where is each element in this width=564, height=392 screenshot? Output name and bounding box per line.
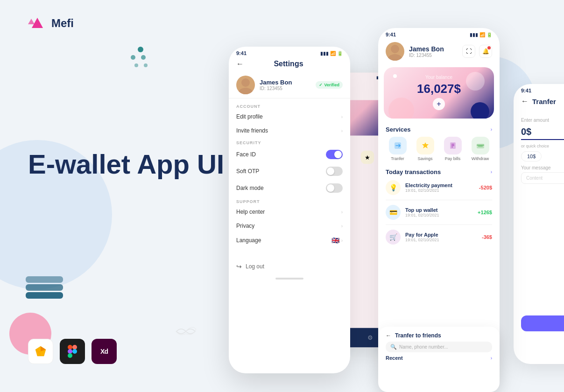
svg-point-14 bbox=[238, 88, 253, 94]
svg-rect-8 bbox=[68, 345, 72, 350]
dashboard-balance-card: Your balance 16,027$ + bbox=[384, 67, 494, 119]
settings-back-button[interactable]: ← bbox=[236, 60, 244, 68]
tf-title: Tranfer to friends bbox=[395, 332, 441, 339]
transfer-title: Tranfer bbox=[532, 98, 556, 105]
dashboard-status-icons: ▮▮▮ 📶 🔋 bbox=[470, 32, 492, 37]
face-id-toggle-knob bbox=[334, 151, 342, 158]
face-id-item: Face ID bbox=[229, 146, 350, 163]
invite-friends-label: Invite friends bbox=[236, 127, 341, 134]
services-header: Services › bbox=[378, 122, 500, 135]
invite-friends-arrow: › bbox=[341, 128, 343, 133]
logout-button[interactable]: ↪ Log out bbox=[229, 257, 350, 276]
transaction-1-info: Electricity payment 19:01, 02/10/2021 bbox=[405, 182, 474, 193]
brand-name: Mefi bbox=[51, 17, 74, 30]
transactions-more-button[interactable]: › bbox=[491, 169, 492, 175]
help-center-arrow: › bbox=[341, 210, 343, 215]
phone-dashboard-main: 9:41 ▮▮▮ 📶 🔋 James Bon ID: 123455 ⛶ 🔔 bbox=[378, 28, 500, 378]
settings-bottom-bar bbox=[275, 278, 303, 280]
balance-add-button[interactable]: + bbox=[433, 98, 445, 110]
language-item[interactable]: Language 🇬🇧 › bbox=[229, 233, 350, 248]
transactions-header: Today transactions › bbox=[378, 165, 500, 177]
service-transfer[interactable]: Tranfer bbox=[389, 137, 407, 161]
help-center-item[interactable]: Help center › bbox=[229, 205, 350, 219]
service-savings[interactable]: Savings bbox=[416, 137, 434, 161]
tool-icons-section: Xd bbox=[28, 339, 117, 364]
stacked-cards-decoration bbox=[26, 276, 63, 299]
apple-icon: 🛒 bbox=[386, 230, 401, 245]
dark-mode-toggle-knob bbox=[327, 184, 334, 192]
transactions-title: Today transactions bbox=[386, 168, 441, 175]
dashboard-status-bar: 9:41 ▮▮▮ 📶 🔋 bbox=[378, 28, 500, 39]
privacy-label: Privacy bbox=[236, 223, 341, 229]
card-decoration-3 bbox=[471, 102, 489, 119]
transfer-header: ← Tranfer bbox=[514, 95, 564, 109]
figma-icon bbox=[60, 339, 85, 364]
dashboard-time: 9:41 bbox=[386, 32, 396, 37]
dashboard-notification-button[interactable]: 🔔 bbox=[479, 45, 492, 58]
card-decoration-2 bbox=[388, 98, 414, 119]
edit-profile-arrow: › bbox=[341, 114, 343, 119]
service-pay-bills[interactable]: Pay bills bbox=[444, 137, 462, 161]
services-more-button[interactable]: › bbox=[491, 127, 492, 132]
dashboard-profile-id: ID: 123455 bbox=[409, 53, 458, 58]
dark-mode-label: Dark mode bbox=[236, 185, 326, 191]
sketch-icon bbox=[28, 339, 53, 364]
transfer-content: Enter amount 0$ or quick choice 10$ Your… bbox=[514, 109, 564, 188]
dark-mode-toggle[interactable] bbox=[326, 183, 343, 193]
svg-marker-20 bbox=[422, 142, 429, 148]
soft-otp-toggle-knob bbox=[327, 168, 334, 175]
transfer-back-button[interactable]: ← bbox=[521, 97, 529, 105]
dashboard-action-icons: ⛶ 🔔 bbox=[462, 45, 492, 58]
soft-otp-label: Soft OTP bbox=[236, 168, 326, 175]
search-placeholder: Name, phone number... bbox=[399, 344, 448, 350]
phone-settings: 9:41 ▮▮▮ 📶 🔋 ← Settings James Bon ID: 12… bbox=[229, 47, 350, 373]
dashboard-profile-row: James Bon ID: 123455 ⛶ 🔔 bbox=[378, 39, 500, 63]
swirl-decoration bbox=[172, 317, 200, 345]
dashboard-expand-button[interactable]: ⛶ bbox=[462, 45, 475, 58]
transfer-friends-panel: ← Tranfer to friends 🔍 Name, phone numbe… bbox=[378, 327, 500, 392]
transaction-2-name: Top up wallet bbox=[405, 207, 473, 213]
settings-status-bar: 9:41 ▮▮▮ 📶 🔋 bbox=[229, 47, 350, 58]
transaction-1-amount: -520$ bbox=[479, 185, 492, 190]
settings-status-icons: ▮▮▮ 📶 🔋 bbox=[320, 51, 343, 56]
transaction-item-1: 💡 Electricity payment 19:01, 02/10/2021 … bbox=[378, 177, 500, 198]
invite-friends-item[interactable]: Invite friends › bbox=[229, 124, 350, 138]
logout-icon: ↪ bbox=[236, 263, 242, 270]
header: Mefi bbox=[28, 14, 74, 33]
message-label: Your message bbox=[521, 165, 564, 170]
svg-rect-11 bbox=[68, 349, 72, 354]
services-title: Services bbox=[386, 126, 411, 133]
svg-marker-1 bbox=[28, 19, 35, 24]
tf-search-bar[interactable]: 🔍 Name, phone number... bbox=[386, 342, 492, 352]
transaction-1-date: 19:01, 02/10/2021 bbox=[405, 188, 474, 193]
send-button[interactable]: Send bbox=[521, 315, 564, 331]
recent-more-button[interactable]: › bbox=[491, 356, 492, 361]
soft-otp-toggle[interactable] bbox=[326, 167, 343, 176]
electricity-icon: 💡 bbox=[386, 180, 401, 195]
face-id-toggle[interactable] bbox=[326, 150, 343, 159]
support-section-label: SUPPORT bbox=[229, 196, 350, 205]
notification-dot bbox=[487, 46, 491, 49]
transfer-time: 9:41 bbox=[521, 88, 531, 93]
savings-label: Savings bbox=[417, 156, 432, 161]
transfer-label: Tranfer bbox=[391, 156, 404, 161]
card-decoration-1 bbox=[466, 72, 485, 91]
edit-profile-item[interactable]: Edit profile › bbox=[229, 110, 350, 124]
pay-bills-icon-box bbox=[444, 137, 462, 154]
privacy-arrow: › bbox=[341, 224, 343, 229]
tf-header: ← Tranfer to friends bbox=[386, 332, 492, 339]
svg-point-13 bbox=[241, 78, 250, 87]
message-input[interactable]: Content bbox=[521, 172, 564, 184]
recent-header: Recent › bbox=[386, 355, 492, 361]
settings-avatar bbox=[236, 76, 255, 94]
tf-back-button[interactable]: ← bbox=[386, 332, 391, 339]
service-withdraw[interactable]: Withdraw bbox=[472, 137, 489, 161]
quick-choice-10[interactable]: 10$ bbox=[521, 151, 542, 161]
privacy-item[interactable]: Privacy › bbox=[229, 219, 350, 233]
svg-point-10 bbox=[72, 349, 77, 354]
amount-input[interactable]: 0$ bbox=[521, 125, 564, 140]
settings-header: ← Settings bbox=[229, 58, 350, 72]
dashboard-profile-info: James Bon ID: 123455 bbox=[409, 45, 458, 58]
language-label: Language bbox=[236, 237, 331, 244]
settings-verified-badge: ✓ Verified bbox=[316, 81, 343, 89]
